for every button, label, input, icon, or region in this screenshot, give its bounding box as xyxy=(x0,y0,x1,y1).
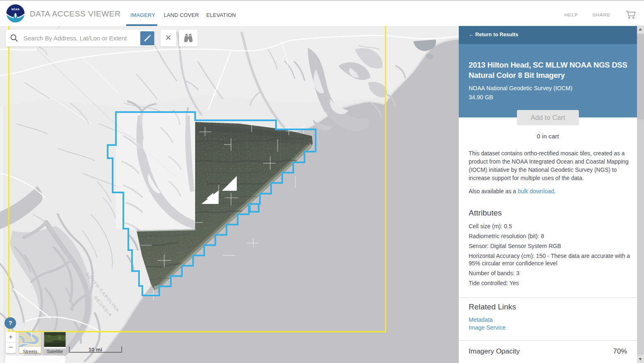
svg-text:10 mi: 10 mi xyxy=(88,347,102,353)
svg-text:NOAA: NOAA xyxy=(12,8,20,11)
